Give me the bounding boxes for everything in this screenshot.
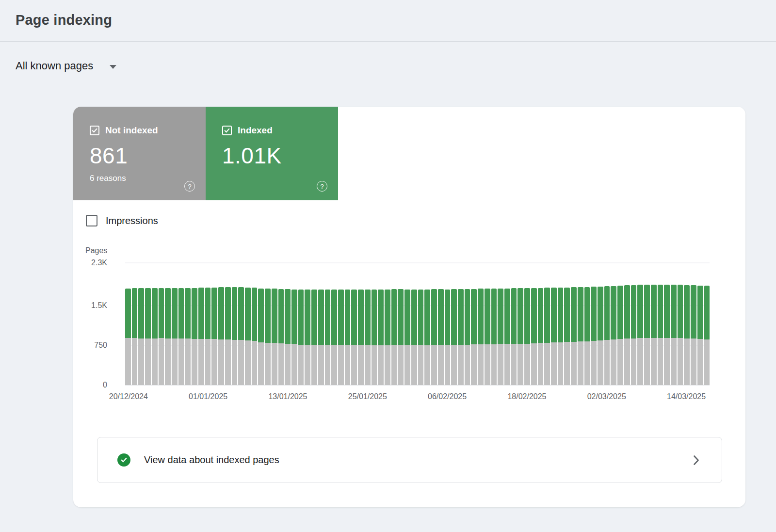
- bar[interactable]: [132, 263, 138, 385]
- bar[interactable]: [238, 263, 244, 385]
- bar[interactable]: [451, 263, 457, 385]
- bar[interactable]: [245, 263, 251, 385]
- help-icon[interactable]: ?: [317, 181, 327, 192]
- bar[interactable]: [544, 263, 550, 385]
- bar[interactable]: [591, 263, 597, 385]
- bar[interactable]: [465, 263, 470, 385]
- tile-not-indexed[interactable]: Not indexed 861 6 reasons ?: [73, 107, 206, 200]
- bar[interactable]: [138, 263, 144, 385]
- indexed-checkbox-icon[interactable]: [222, 126, 232, 135]
- view-indexed-pages-button[interactable]: View data about indexed pages: [97, 437, 722, 483]
- bar[interactable]: [358, 263, 364, 385]
- bar[interactable]: [278, 263, 284, 385]
- bar[interactable]: [584, 263, 590, 385]
- bar[interactable]: [538, 263, 544, 385]
- bar[interactable]: [165, 263, 171, 385]
- bar[interactable]: [631, 263, 637, 385]
- tile-indexed[interactable]: Indexed 1.01K ?: [206, 107, 338, 200]
- bar[interactable]: [411, 263, 417, 385]
- bar[interactable]: [185, 263, 191, 385]
- bar[interactable]: [365, 263, 371, 385]
- bar[interactable]: [551, 263, 557, 385]
- bar[interactable]: [265, 263, 271, 385]
- bar[interactable]: [159, 263, 164, 385]
- bar[interactable]: [564, 263, 570, 385]
- bar[interactable]: [691, 263, 696, 385]
- bar[interactable]: [504, 263, 510, 385]
- bar[interactable]: [145, 263, 151, 385]
- page-indexing-card: Not indexed 861 6 reasons ? Indexed 1.01…: [73, 107, 745, 507]
- bar[interactable]: [704, 263, 710, 385]
- bar[interactable]: [498, 263, 503, 385]
- bar[interactable]: [471, 263, 477, 385]
- help-icon[interactable]: ?: [184, 181, 195, 192]
- bar[interactable]: [178, 263, 184, 385]
- bar[interactable]: [378, 263, 384, 385]
- bar[interactable]: [225, 263, 231, 385]
- bar[interactable]: [624, 263, 630, 385]
- impressions-checkbox[interactable]: [86, 215, 97, 226]
- bar[interactable]: [232, 263, 238, 385]
- bar[interactable]: [285, 263, 291, 385]
- bar[interactable]: [424, 263, 430, 385]
- bar[interactable]: [611, 263, 616, 385]
- bar[interactable]: [345, 263, 351, 385]
- page-filter-dropdown[interactable]: All known pages: [16, 60, 116, 72]
- bar[interactable]: [258, 263, 264, 385]
- bar[interactable]: [517, 263, 523, 385]
- bar[interactable]: [198, 263, 204, 385]
- bar[interactable]: [418, 263, 424, 385]
- bar[interactable]: [372, 263, 377, 385]
- bar[interactable]: [485, 263, 490, 385]
- bar[interactable]: [211, 263, 217, 385]
- not-indexed-checkbox-icon[interactable]: [90, 126, 99, 135]
- bar[interactable]: [637, 263, 643, 385]
- bar[interactable]: [291, 263, 297, 385]
- bar[interactable]: [298, 263, 304, 385]
- bar[interactable]: [351, 263, 357, 385]
- bar[interactable]: [578, 263, 583, 385]
- bar[interactable]: [385, 263, 390, 385]
- bar[interactable]: [664, 263, 670, 385]
- bar[interactable]: [445, 263, 451, 385]
- bar[interactable]: [617, 263, 623, 385]
- bar[interactable]: [697, 263, 703, 385]
- bar[interactable]: [684, 263, 690, 385]
- bar[interactable]: [325, 263, 331, 385]
- bar[interactable]: [651, 263, 657, 385]
- bar[interactable]: [398, 263, 404, 385]
- bar[interactable]: [511, 263, 517, 385]
- bar[interactable]: [338, 263, 344, 385]
- bar[interactable]: [478, 263, 484, 385]
- bar[interactable]: [658, 263, 663, 385]
- bar[interactable]: [192, 263, 197, 385]
- bar[interactable]: [218, 263, 224, 385]
- bar[interactable]: [431, 263, 437, 385]
- bar[interactable]: [531, 263, 537, 385]
- y-tick-label: 750: [94, 341, 107, 350]
- bar[interactable]: [125, 263, 131, 385]
- bar[interactable]: [644, 263, 650, 385]
- bar[interactable]: [305, 263, 310, 385]
- bar[interactable]: [558, 263, 564, 385]
- bar[interactable]: [404, 263, 410, 385]
- bar[interactable]: [391, 263, 397, 385]
- bar[interactable]: [678, 263, 683, 385]
- bar[interactable]: [272, 263, 277, 385]
- bar[interactable]: [671, 263, 677, 385]
- bar[interactable]: [491, 263, 497, 385]
- bar[interactable]: [571, 263, 577, 385]
- bar[interactable]: [438, 263, 444, 385]
- bar[interactable]: [318, 263, 324, 385]
- bar[interactable]: [311, 263, 317, 385]
- bar[interactable]: [331, 263, 337, 385]
- bar[interactable]: [524, 263, 530, 385]
- bar[interactable]: [458, 263, 464, 385]
- bar[interactable]: [252, 263, 258, 385]
- bar[interactable]: [205, 263, 211, 385]
- bar[interactable]: [598, 263, 603, 385]
- x-tick-label: 20/12/2024: [109, 392, 148, 401]
- bar[interactable]: [604, 263, 610, 385]
- bar[interactable]: [172, 263, 178, 385]
- bar[interactable]: [152, 263, 158, 385]
